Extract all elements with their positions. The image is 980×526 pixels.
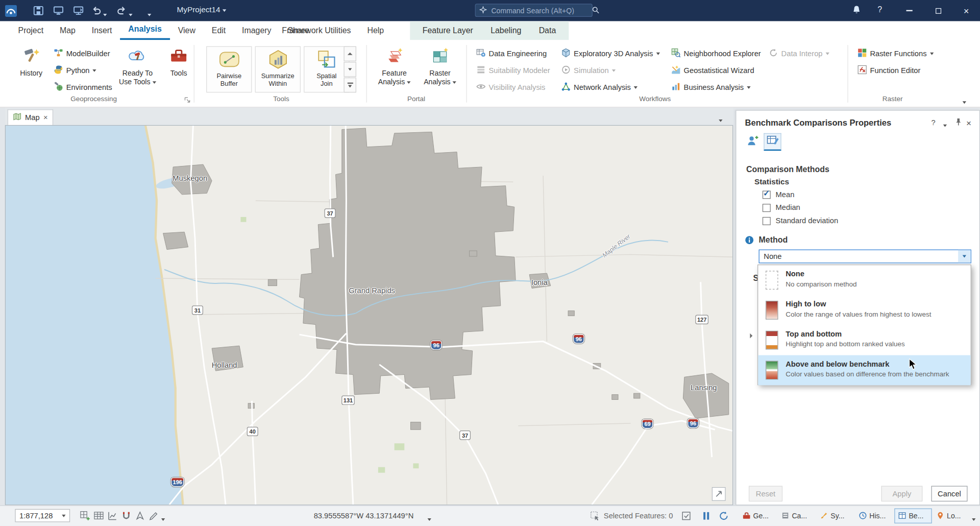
raster-analysis-button[interactable]: RasterAnalysis [420,46,460,87]
maximize-button[interactable] [924,0,952,21]
tab-edit[interactable]: Edit [204,21,234,40]
function-editor-button[interactable]: Function Editor [857,65,920,76]
dropdown-option-none[interactable]: None No comparison method [758,265,970,295]
checkbox-row-median[interactable]: Median [763,203,800,212]
save-project-icon[interactable] [33,6,44,18]
dropdown-option-high-to-low[interactable]: High to low Color the range of values fr… [758,295,970,325]
dock-tab-locate[interactable]: Lo... [933,509,970,523]
tab-labeling[interactable]: Labeling [482,21,530,40]
checkbox-row-standard-deviation[interactable]: Standard deviation [763,217,838,225]
pane-tab-properties[interactable] [764,133,781,151]
pane-tab-add-data[interactable] [744,133,761,151]
feature-analysis-button[interactable]: FeatureAnalysis [374,46,414,87]
pane-close-icon[interactable]: × [966,118,971,128]
tab-view[interactable]: View [170,21,204,40]
section-expander-icon[interactable] [750,329,752,341]
mean-checkbox[interactable]: ✓ [763,190,771,199]
coordinates-readout[interactable]: 83.9555587°W 43.1371449°N [314,512,414,520]
data-engineering-button[interactable]: Data Engineering [476,48,547,59]
view-list-chevron-icon[interactable] [719,114,722,126]
help-icon[interactable]: ? [877,5,882,14]
navigate-pointer-icon[interactable] [135,511,145,521]
method-select[interactable]: None [759,250,971,264]
pane-help-icon[interactable]: ? [931,118,935,127]
collapse-ribbon-chevron-icon[interactable] [963,97,966,108]
open-project-icon[interactable] [72,6,84,18]
exploratory-3d-analysis-button[interactable]: Exploratory 3D Analysis [561,48,660,59]
gallery-scroll-up-button[interactable] [344,46,356,61]
undo-icon[interactable] [91,5,102,18]
dropdown-option-top-and-bottom[interactable]: Top and bottom Highlight top and bottom … [758,325,970,355]
standard-deviation-checkbox[interactable] [763,217,771,225]
dock-tab-catalog[interactable]: Ca... [778,509,815,523]
network-analysis-button[interactable]: Network Analysis [561,82,638,93]
route-shield-196: 196 [171,477,184,487]
pane-pin-icon[interactable] [954,117,963,128]
tab-insert[interactable]: Insert [84,21,120,40]
tab-map[interactable]: Map [52,21,84,40]
dock-tab-benchmark[interactable]: Be... [894,509,932,523]
redo-icon[interactable] [116,5,127,18]
median-checkbox[interactable] [763,204,771,212]
map-navigator-button[interactable] [712,487,726,501]
dock-overflow-chevron-icon[interactable] [972,515,975,523]
method-select-chevron-icon[interactable] [958,250,970,262]
select-box-icon[interactable] [681,511,692,521]
raster-functions-button[interactable]: Raster Functions [857,48,934,59]
tab-imagery[interactable]: Imagery [234,21,279,40]
map-view-tab[interactable]: Map × [8,109,54,125]
dock-tab-geoprocessing[interactable]: Ge... [740,509,777,523]
command-search[interactable] [475,4,593,17]
gallery-item-summarize-within[interactable]: SummarizeWithin [255,46,301,93]
geoprocessing-dialog-launcher-icon[interactable] [184,95,192,103]
pane-menu-chevron-icon[interactable] [943,121,947,129]
ready-to-use-tools-button[interactable]: Ready ToUse Tools [117,46,157,87]
tab-data[interactable]: Data [530,21,565,40]
history-button[interactable]: History [11,46,51,78]
method-info-icon[interactable] [745,236,754,247]
close-map-tab-icon[interactable]: × [43,113,48,122]
edit-tool-icon[interactable] [149,511,159,521]
gallery-expand-button[interactable] [344,78,356,92]
tools-button[interactable]: Tools [159,46,199,78]
pause-drawing-icon[interactable] [701,511,712,521]
quick-access-customize-chevron-icon[interactable] [148,9,151,20]
refresh-view-icon[interactable] [719,511,729,521]
gallery-scroll-down-button[interactable] [344,62,356,77]
checkbox-row-mean[interactable]: ✓ Mean [763,190,794,199]
status-tools-chevron-icon[interactable] [161,515,165,523]
snapping-icon[interactable] [121,511,132,521]
coordinates-chevron-icon[interactable] [428,515,431,523]
modelbuilder-button[interactable]: ModelBuilder [54,48,110,59]
attribute-table-icon[interactable] [94,511,104,521]
python-button[interactable]: Python [54,65,96,76]
map-scale-select[interactable]: 1:877,128 [15,509,70,522]
gallery-item-pairwise-buffer[interactable]: PairwiseBuffer [206,46,252,93]
project-name[interactable]: MyProject14 [177,6,227,14]
command-search-input[interactable] [490,6,589,15]
tab-analysis[interactable]: Analysis [120,21,169,40]
dock-tab-symbology[interactable]: Sy... [817,509,854,523]
close-window-button[interactable]: × [952,0,980,21]
dropdown-option-above-and-below-benchmark[interactable]: Above and below benchmark Color values b… [758,355,970,386]
tab-project[interactable]: Project [10,21,52,40]
business-analysis-button[interactable]: Business Analysis [671,82,751,93]
environments-button[interactable]: Environments [54,82,112,93]
grid-add-icon[interactable] [80,511,90,521]
tab-feature-layer[interactable]: Feature Layer [414,21,482,40]
cancel-button[interactable]: Cancel [931,486,967,501]
gallery-item-spatial-join[interactable]: SpatialJoin [304,46,349,93]
geostatistical-wizard-button[interactable]: Geostatistical Wizard [671,65,754,76]
map-view[interactable]: Muskegon Grand Rapids Holland Ionia Lans… [5,125,733,505]
neighborhood-explorer-button[interactable]: Neighborhood Explorer [671,48,761,59]
chart-icon[interactable] [108,511,118,521]
minimize-button[interactable] [896,0,923,21]
tab-framework-utilities[interactable]: Framework Utilities [274,21,359,40]
project-package-icon[interactable] [53,6,64,18]
catalog-icon [781,511,790,520]
tab-help[interactable]: Help [359,21,392,40]
redo-dropdown-chevron-icon[interactable] [129,9,132,20]
notifications-bell-icon[interactable] [851,5,862,18]
undo-dropdown-chevron-icon[interactable] [103,9,107,20]
dock-tab-history[interactable]: His... [855,509,893,523]
